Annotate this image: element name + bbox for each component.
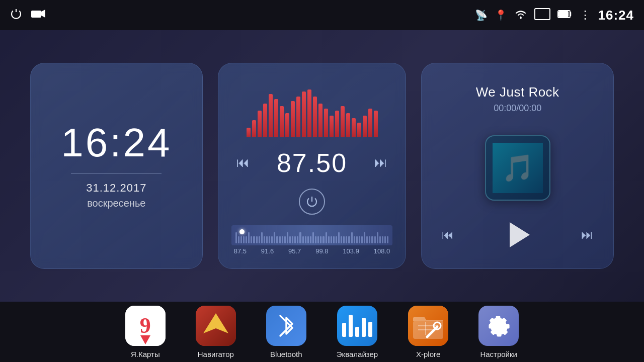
scale-line — [274, 232, 275, 243]
scale-line — [320, 236, 321, 243]
spectrum-bar — [252, 120, 256, 137]
scale-line — [279, 236, 281, 243]
scale-line — [312, 232, 314, 243]
svg-marker-1 — [41, 10, 45, 18]
spectrum-bar — [307, 89, 311, 137]
svg-rect-3 — [535, 9, 550, 20]
spectrum-bar — [318, 104, 323, 137]
eq-bars — [342, 315, 372, 337]
scale-line — [333, 236, 335, 243]
scale-line — [382, 236, 383, 243]
scale-line — [317, 236, 319, 243]
scale-line — [269, 236, 270, 243]
scale-line — [361, 236, 363, 243]
scale-line — [246, 236, 247, 243]
status-left-icons — [10, 8, 45, 23]
scale-line — [282, 236, 283, 243]
spectrum-bar — [258, 111, 262, 137]
scale-line — [284, 236, 286, 243]
svg-text:🎵: 🎵 — [501, 152, 534, 184]
music-play-button[interactable] — [510, 222, 530, 247]
scale-line — [276, 236, 278, 243]
scale-line — [256, 236, 258, 243]
scale-line — [266, 236, 268, 243]
app-item-bluetooth[interactable]: Bluetooth — [266, 306, 306, 358]
radio-prev-button[interactable]: ⏮ — [236, 155, 250, 170]
scale-line — [354, 236, 355, 243]
radio-power-button[interactable] — [299, 189, 325, 215]
spectrum-bar — [368, 109, 372, 137]
app-dock: 9 Я.Карты Навигатор — [0, 302, 644, 362]
scale-line — [315, 236, 316, 243]
music-time: 00:00/00:00 — [476, 103, 559, 114]
battery-icon — [557, 10, 573, 21]
scale-line — [379, 236, 381, 243]
music-widget[interactable]: We Just Rock 00:00/00:00 🎵 ⏮ ⏭ — [421, 63, 614, 269]
power-icon[interactable] — [10, 8, 22, 23]
app-item-navigator[interactable]: Навигатор — [196, 306, 236, 358]
spectrum-bar — [280, 106, 284, 137]
scale-line — [243, 236, 245, 243]
scale-line — [336, 236, 337, 243]
spectrum-bar — [341, 106, 345, 137]
scale-line — [346, 236, 347, 243]
spectrum-bar — [263, 104, 267, 137]
spectrum-bar — [346, 113, 350, 137]
radio-frequency: 87.50 — [277, 148, 347, 178]
scale-line — [377, 232, 378, 243]
music-next-button[interactable]: ⏭ — [581, 228, 593, 242]
scale-line — [356, 236, 358, 243]
scale-line — [343, 236, 345, 243]
scale-line — [366, 236, 368, 243]
clock-divider — [71, 173, 162, 173]
scale-line — [297, 236, 298, 243]
menu-dots-icon[interactable]: ⋮ — [580, 9, 591, 22]
radio-next-button[interactable]: ⏭ — [374, 155, 387, 170]
scale-line — [238, 236, 239, 243]
clock-time: 16:24 — [61, 123, 172, 163]
scale-tick-label: 95.7 — [288, 247, 301, 255]
clock-widget[interactable]: 16:24 31.12.2017 воскресенье — [30, 63, 203, 269]
status-bar: 📡 📍 ⋮ 16:24 — [0, 0, 644, 30]
scale-line — [264, 236, 265, 243]
scale-line — [384, 236, 386, 243]
app-icon-bluetooth — [266, 306, 306, 346]
app-item-settings[interactable]: Настройки — [478, 306, 519, 358]
scale-line — [305, 236, 306, 243]
screen-icon — [534, 8, 550, 22]
scale-line — [331, 236, 332, 243]
scale-line — [359, 236, 360, 243]
scale-line — [348, 236, 350, 243]
radio-spectrum — [226, 77, 398, 137]
app-icon-navigator — [196, 306, 236, 346]
spectrum-bar — [247, 128, 251, 137]
main-content: 16:24 31.12.2017 воскресенье ⏮ 87.50 ⏭ — [0, 30, 644, 302]
scale-line — [287, 232, 288, 243]
music-title: We Just Rock — [476, 84, 559, 100]
app-label-equalizer: Эквалайзер — [337, 350, 378, 358]
spectrum-bar — [357, 123, 361, 137]
app-label-yandex-maps: Я.Карты — [131, 350, 160, 358]
spectrum-bar — [352, 118, 356, 137]
scale-line — [259, 236, 260, 243]
status-right-icons: 📡 📍 ⋮ 16:24 — [475, 8, 634, 23]
spectrum-bar — [374, 111, 378, 137]
scale-line — [364, 232, 365, 243]
scale-line — [323, 236, 324, 243]
yandex-inner: 9 — [125, 306, 166, 346]
spectrum-bar — [285, 113, 289, 137]
scale-line — [351, 232, 353, 243]
app-label-navigator: Навигатор — [198, 350, 234, 358]
app-item-xplore[interactable]: X-plore — [408, 306, 448, 358]
app-item-yandex-maps[interactable]: 9 Я.Карты — [125, 306, 166, 358]
wifi-icon — [514, 9, 527, 21]
radio-widget[interactable]: ⏮ 87.50 ⏭ 87.591.695.799.8103.9108.0 — [218, 63, 407, 269]
app-label-xplore: X-plore — [416, 350, 440, 358]
scale-line — [253, 236, 255, 243]
app-item-equalizer[interactable]: Эквалайзер — [337, 306, 378, 358]
camera-icon[interactable] — [31, 9, 45, 22]
spectrum-bar — [296, 97, 300, 137]
scale-line — [240, 236, 242, 243]
music-prev-button[interactable]: ⏮ — [442, 228, 454, 242]
scale-line — [369, 236, 370, 243]
